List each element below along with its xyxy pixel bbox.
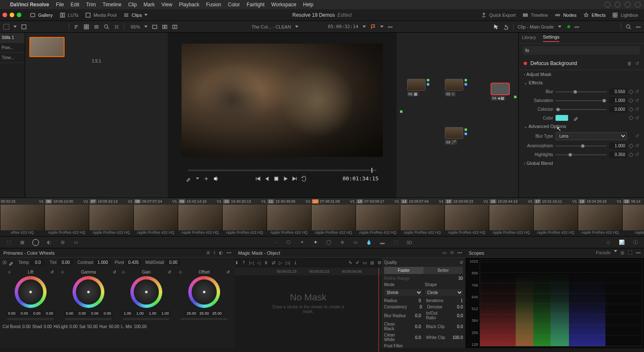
pivot-value[interactable]: 0.435 (126, 259, 141, 266)
param-value[interactable]: 0.350 (609, 151, 627, 158)
clip-item[interactable]: 1906:14V1Apple ProR (622, 198, 644, 236)
clip-item[interactable]: 1518:29:08:23V1Apple ProRes 422 HQ (444, 198, 489, 236)
menu-trim[interactable]: Trim (86, 2, 96, 8)
next-clip-button[interactable] (292, 176, 298, 182)
tab-stills[interactable]: Stills 1 (0, 33, 25, 43)
tab-powergrades[interactable]: Pow... (0, 43, 25, 53)
track-fwd-icon[interactable]: ▷ (279, 260, 282, 266)
node-out-dot[interactable] (427, 83, 429, 86)
auto-balance-icon[interactable]: Ⓐ (3, 260, 7, 266)
menu-file[interactable]: File (56, 2, 64, 8)
wheel-picker-icon[interactable]: ⊹ (122, 270, 125, 274)
qualifier-icon[interactable]: ✦ (298, 239, 306, 246)
menu-timeline[interactable]: Timeline (103, 2, 122, 8)
wheel-reset-icon[interactable]: ↺ (168, 270, 171, 274)
search-icon[interactable] (626, 24, 631, 30)
reset-icon[interactable]: ↺ (635, 152, 639, 157)
clip-timeline[interactable]: 05:52:15V1oRes 422 HQ0618:06:10:00V1Appl… (0, 198, 644, 237)
picker-icon[interactable] (186, 176, 192, 182)
reset-icon[interactable]: ↺ (635, 133, 639, 139)
quick-export-button[interactable]: Quick Export (478, 12, 519, 18)
wheel-value[interactable]: 25.00 (185, 310, 197, 316)
timeline-view-toggle[interactable] (3, 24, 9, 30)
rgb-mixer-icon[interactable]: ⊞ (59, 239, 66, 246)
wheel-reset-icon[interactable]: ↺ (113, 270, 116, 274)
node-out-dot[interactable] (465, 79, 467, 81)
magic-mask-icon[interactable]: ✶ (312, 239, 319, 246)
node-out-dot[interactable] (465, 128, 467, 131)
master-wheel[interactable] (65, 318, 112, 320)
status-icon-2[interactable] (615, 2, 621, 8)
blur-type-select[interactable]: Lens (556, 132, 627, 140)
menu-fusion[interactable]: Fusion (206, 2, 221, 8)
viewer-timecode[interactable]: 00:01:34:15 (343, 175, 379, 182)
param-value[interactable]: 1.000 (609, 97, 627, 104)
clip-item[interactable]: 1718:31:16:11V1Apple ProRes 422 HQ (533, 198, 578, 236)
inout-value[interactable]: 0.0 (450, 313, 463, 318)
wheel-value[interactable]: 0.00 (6, 310, 18, 316)
clip-item[interactable]: 1307:43:09:17V1Apple ProRes 422 HQ (356, 198, 400, 236)
scopes-icon[interactable]: 📊 (618, 239, 626, 246)
slider-saturation[interactable] (556, 100, 607, 101)
keyframe-icon[interactable] (628, 107, 633, 112)
temp-value[interactable]: 0.0 (30, 259, 45, 266)
more-icon[interactable]: ••• (226, 250, 231, 256)
color-wheel[interactable] (73, 276, 104, 308)
overlay-icon[interactable]: ⊞ (370, 260, 374, 266)
mask-playhead[interactable] (379, 268, 379, 352)
node-03[interactable] (445, 127, 463, 139)
track-stop-icon[interactable]: ⏸ (264, 260, 268, 265)
reset-icon[interactable]: ↺ (635, 98, 639, 103)
clip-item[interactable]: 1618:29:44:19V1Apple ProRes 422 HQ (489, 198, 533, 236)
bars-icon[interactable]: ⦀ (213, 250, 216, 256)
clip-item[interactable]: 0806:07:07:24V1Apple ProRes 422 HQ (133, 198, 178, 236)
more-icon[interactable]: ••• (457, 250, 462, 256)
master-wheel[interactable] (8, 318, 54, 320)
grid-view-icon[interactable] (83, 24, 89, 30)
master-wheel[interactable] (123, 318, 169, 320)
window-icon[interactable]: ◯ (325, 239, 332, 246)
wheel-value[interactable]: 1.00 (134, 310, 146, 316)
clip-item[interactable]: 1115:40:45:06V1Apple ProRes 422 HQ (267, 198, 311, 236)
node-02[interactable] (445, 79, 463, 91)
section-effects[interactable]: Effects (519, 78, 644, 87)
section-adjust-mask[interactable]: Adjust Mask (519, 70, 644, 78)
keyframe-icon[interactable] (628, 89, 633, 94)
colboost-value[interactable]: 0.00 (22, 324, 30, 329)
minimize-window-button[interactable] (10, 13, 14, 17)
timeline-toggle[interactable]: Timeline (519, 12, 551, 18)
reset-icon[interactable]: ↺ (635, 61, 639, 66)
nodes-toggle[interactable]: Nodes (551, 12, 580, 18)
reset-icon[interactable]: ↺ (635, 143, 639, 149)
wheel-picker-icon[interactable]: ⊹ (8, 270, 11, 274)
curves-palette-icon[interactable]: ⟋ (271, 239, 279, 246)
clip-item[interactable]: 1418:28:57:04V1Apple ProRes 422 HQ (400, 198, 444, 236)
status-icon-4[interactable] (635, 2, 641, 8)
picker-icon[interactable] (8, 260, 14, 266)
shape-select[interactable]: Circle (425, 289, 463, 296)
slider-anamorphism[interactable] (556, 146, 607, 146)
playhead[interactable] (371, 168, 372, 173)
color-wheels-icon[interactable] (32, 239, 39, 246)
wand-add-icon[interactable]: ✎ (348, 260, 352, 266)
scope-options-icon[interactable]: ⊞ (621, 250, 624, 256)
graph-input-dot[interactable] (400, 110, 402, 113)
mediapool-toggle[interactable]: Media Pool (82, 12, 120, 18)
clip-item[interactable]: 0915:42:14:19V1Apple ProRes 422 HQ (178, 198, 222, 236)
settings-icon[interactable]: ⚙ (377, 260, 382, 266)
track-swap-icon[interactable]: ⇄ (272, 260, 275, 266)
clip-item[interactable]: 1207:48:31:08V1Apple ProRes 422 HQ (311, 198, 356, 236)
record-timecode[interactable]: 05:00:32:14 (328, 24, 358, 29)
wheel-value[interactable]: 0.00 (64, 310, 75, 316)
viewer-image[interactable] (182, 44, 383, 157)
color-swatch[interactable] (556, 115, 568, 121)
wheel-value[interactable]: 1.00 (159, 310, 171, 316)
keyframe-mode-icon[interactable]: ◇ (605, 239, 612, 246)
mode-select[interactable]: Shrink (384, 289, 422, 296)
menu-playback[interactable]: Playback (179, 2, 200, 8)
contrast-value[interactable]: 1.000 (95, 259, 111, 266)
trash-icon[interactable]: 🗑 (627, 61, 632, 66)
wheel-value[interactable]: 0.00 (101, 310, 113, 316)
color-warper-icon[interactable]: ⬡ (285, 239, 292, 246)
denoise-value[interactable]: 0.0 (450, 305, 463, 309)
